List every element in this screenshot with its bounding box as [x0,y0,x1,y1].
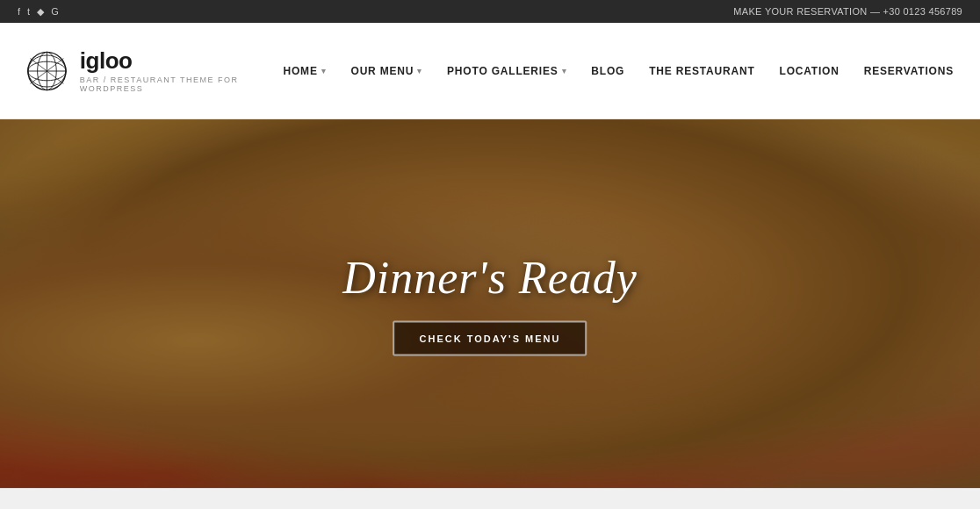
footer-strip [0,488,980,509]
nav-item-reservations[interactable]: RESERVATIONS [864,65,954,77]
chevron-down-icon: ▾ [321,67,327,75]
chevron-down-icon: ▾ [417,67,422,75]
main-nav: HOME▾OUR MENU▾PHOTO GALLERIES▾BLOGTHE RE… [284,65,955,77]
logo-icon [26,48,68,94]
nav-item-blog[interactable]: BLOG [591,65,624,77]
phone-reservation: MAKE YOUR RESERVATION — +30 0123 456789 [733,6,962,17]
check-menu-button[interactable]: CHECK TODAY'S MENU [393,321,587,356]
social-links: f t ◆ G [18,6,59,18]
top-bar: f t ◆ G MAKE YOUR RESERVATION — +30 0123… [0,0,980,23]
nav-item-location[interactable]: LOCATION [780,65,839,77]
logo-area[interactable]: igloo BAR / RESTAURANT THEME FOR WORDPRE… [26,48,284,94]
nav-item-our-menu[interactable]: OUR MENU▾ [351,65,423,77]
chevron-down-icon: ▾ [562,67,567,75]
google-icon[interactable]: G [51,6,59,17]
header: igloo BAR / RESTAURANT THEME FOR WORDPRE… [0,23,980,119]
logo-name: igloo [80,48,284,74]
nav-item-home[interactable]: HOME▾ [284,65,327,77]
logo-tagline: BAR / RESTAURANT THEME FOR WORDPRESS [80,75,284,93]
hero-title: Dinner's Ready [342,252,638,304]
twitter-icon[interactable]: t [27,6,30,17]
nav-item-the-restaurant[interactable]: THE RESTAURANT [649,65,754,77]
hero-content: Dinner's Ready CHECK TODAY'S MENU [342,252,638,356]
logo-text: igloo BAR / RESTAURANT THEME FOR WORDPRE… [80,48,284,94]
instagram-icon[interactable]: ◆ [37,6,44,18]
nav-item-photo-galleries[interactable]: PHOTO GALLERIES▾ [447,65,566,77]
hero-section: Dinner's Ready CHECK TODAY'S MENU [0,119,980,488]
facebook-icon[interactable]: f [18,6,20,17]
